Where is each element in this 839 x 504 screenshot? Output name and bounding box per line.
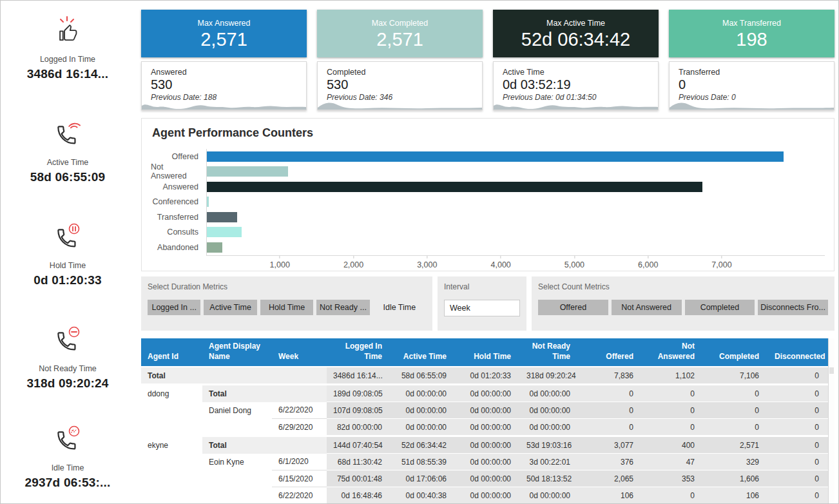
- table-cell: ddong: [141, 385, 202, 402]
- column-header-agent-display-name[interactable]: Agent Display Name: [202, 338, 272, 367]
- sparkline: [142, 99, 306, 110]
- x-tick-label: 7,000: [711, 260, 731, 269]
- count-metric-button-disconnects-fro[interactable]: Disconnects Fro...: [758, 300, 828, 315]
- table-row[interactable]: Daniel Dong6/22/2020107d 09:08:050d 00:0…: [141, 402, 828, 419]
- column-header-logged-in-time[interactable]: Logged In Time: [327, 338, 391, 367]
- duration-filter-buttons: Logged In ...Active TimeHold TimeNot Rea…: [148, 300, 426, 315]
- chart-category-transferred: Transferred: [151, 209, 206, 225]
- table-row[interactable]: 6/29/202082d 00:00:000d 00:00:000d 00:00…: [141, 419, 828, 436]
- scrollbar-thumb[interactable]: [829, 367, 834, 374]
- duration-metric-button-idle-time[interactable]: Idle Time: [373, 300, 426, 315]
- column-header-disconnected[interactable]: Disconnected: [768, 338, 828, 367]
- table-cell: 7,836: [579, 367, 642, 385]
- chart-bar-row: [207, 240, 825, 255]
- dashboard: Logged In Time3486d 16:14... Active Time…: [0, 0, 839, 504]
- table-row[interactable]: Total3486d 16:14...58d 06:55:090d 01:20:…: [141, 367, 828, 385]
- sidebar-metric-active-time: Active Time58d 06:55:09: [1, 118, 135, 184]
- x-tick-mark: [501, 256, 501, 258]
- table-row[interactable]: ekyneTotal144d 07:40:5452d 06:34:420d 00…: [141, 436, 828, 454]
- table-cell: 0d 16:48:46: [327, 487, 391, 504]
- table-cell: 58d 06:55:09: [391, 367, 456, 385]
- table-cell: 144d 07:40:54: [327, 436, 391, 454]
- duration-metric-button-logged-in[interactable]: Logged In ...: [148, 300, 200, 315]
- table-cell: 2,065: [579, 470, 642, 487]
- table-cell: 106: [704, 487, 768, 504]
- table-cell: 0d 00:00:00: [456, 385, 520, 402]
- table-row[interactable]: 6/15/202075d 00:01:480d 17:06:060d 00:00…: [141, 470, 828, 487]
- max-card-label: Max Answered: [198, 19, 251, 28]
- table-row[interactable]: 6/22/20200d 16:48:460d 00:40:380d 00:00:…: [141, 487, 828, 504]
- table-cell: 0d 17:06:06: [391, 470, 456, 487]
- table-cell: 376: [579, 454, 642, 470]
- table-cell: [272, 385, 327, 402]
- vertical-scrollbar[interactable]: [828, 338, 834, 504]
- sidebar-metric-label: Not Ready Time: [1, 364, 135, 373]
- bar-answered: [207, 182, 702, 192]
- max-card-label: Max Active Time: [546, 19, 605, 28]
- interval-select[interactable]: Week: [444, 300, 520, 316]
- agents-table: Agent IdAgent Display NameWeekLogged In …: [141, 338, 828, 504]
- detail-card-label: Answered: [151, 68, 306, 77]
- table-cell: [141, 470, 202, 487]
- table-cell: Eoin Kyne: [202, 454, 272, 470]
- column-header-week[interactable]: Week: [272, 338, 327, 367]
- sidebar-metric-label: Logged In Time: [1, 55, 135, 64]
- table-cell: 0d 00:00:00: [456, 470, 520, 487]
- bar-consults: [207, 227, 242, 237]
- sidebar-metric-label: Idle Time: [1, 463, 135, 472]
- sparkline: [494, 99, 658, 110]
- table-cell: 68d 11:30:42: [327, 454, 391, 470]
- x-tick-label: 5,000: [564, 260, 584, 269]
- kpi-card-transferred: Max Transferred198Transferred0Previous D…: [669, 10, 834, 110]
- column-header-active-time[interactable]: Active Time: [391, 338, 456, 367]
- table-cell: 106: [579, 487, 642, 504]
- detail-card-label: Completed: [327, 68, 482, 77]
- table-cell: 6/22/2020: [272, 402, 327, 419]
- chart-plot-area: [206, 149, 825, 256]
- max-card-max-completed: Max Completed2,571: [317, 10, 483, 57]
- table-row[interactable]: Eoin Kyne6/1/202068d 11:30:4251d 08:55:3…: [141, 454, 828, 470]
- chart-x-axis: 1,0002,0003,0004,0005,0006,0007,000: [206, 256, 825, 271]
- max-card-value: 2,571: [376, 30, 423, 49]
- sidebar-metric-hold-time: Hold Time0d 01:20:33: [1, 221, 135, 287]
- table-cell: 53d 19:03:16: [520, 436, 579, 454]
- duration-metric-button-active-time[interactable]: Active Time: [204, 300, 256, 315]
- column-header-offered[interactable]: Offered: [579, 338, 642, 367]
- table-cell: 3d 00:22:01: [520, 454, 579, 470]
- duration-metric-button-hold-time[interactable]: Hold Time: [260, 300, 313, 315]
- table-cell: 6/22/2020: [272, 487, 327, 504]
- count-metric-button-completed[interactable]: Completed: [685, 300, 755, 315]
- table-cell: 0d 00:00:00: [520, 402, 579, 419]
- column-header-hold-time[interactable]: Hold Time: [456, 338, 520, 367]
- kpi-card-completed: Max Completed2,571Completed530Previous D…: [317, 10, 483, 110]
- count-filter-buttons: OfferedNot AnsweredCompletedDisconnects …: [538, 300, 828, 315]
- chart-category-consults: Consults: [151, 225, 206, 240]
- column-header-agent-id[interactable]: Agent Id: [141, 338, 202, 367]
- table-cell: 6/15/2020: [272, 470, 327, 487]
- count-metric-button-offered[interactable]: Offered: [538, 300, 608, 315]
- count-metric-button-not-answered[interactable]: Not Answered: [612, 300, 682, 315]
- table-cell: ekyne: [141, 436, 202, 454]
- table-row[interactable]: ddongTotal189d 09:08:050d 00:00:000d 00:…: [141, 385, 828, 402]
- table-cell: 0d 00:00:00: [391, 385, 456, 402]
- table-cell: 52d 06:34:42: [391, 436, 456, 454]
- sidebar-metric-logged-in-time: Logged In Time3486d 16:14...: [1, 15, 135, 81]
- table-cell: 0d 00:00:00: [520, 487, 579, 504]
- duration-metric-button-not-ready[interactable]: Not Ready ...: [316, 300, 369, 315]
- table-cell: 1,102: [642, 367, 704, 385]
- x-tick-mark: [574, 256, 575, 258]
- x-tick: 6,000: [638, 256, 658, 269]
- bar-chart: OfferedNot AnsweredAnsweredConferencedTr…: [151, 149, 825, 256]
- x-tick: 5,000: [564, 256, 584, 269]
- column-header-not-answered[interactable]: Not Answered: [642, 338, 704, 367]
- column-header-not-ready-time[interactable]: Not Ready Time: [520, 338, 579, 367]
- chart-category-abandoned: Abandoned: [151, 240, 206, 255]
- chart-category-conferenced: Conferenced: [151, 195, 206, 210]
- x-tick: 2,000: [343, 256, 363, 269]
- kpi-card-answered: Max Answered2,571Answered530Previous Dat…: [141, 10, 307, 110]
- table-cell: 189d 09:08:05: [327, 385, 391, 402]
- x-tick: 1,000: [270, 256, 290, 269]
- column-header-completed[interactable]: Completed: [704, 338, 768, 367]
- table-cell: Total: [202, 385, 272, 402]
- x-tick: 7,000: [711, 256, 731, 269]
